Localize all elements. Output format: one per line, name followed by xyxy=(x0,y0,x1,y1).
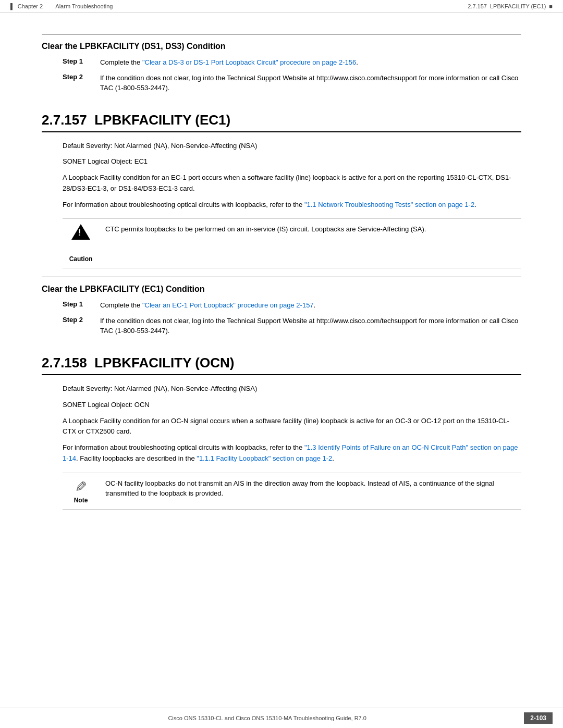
header-right-num: 2.7.157 xyxy=(468,3,487,9)
subsection-ds1-ds3-title: Clear the LPBKFACILITY (DS1, DS3) Condit… xyxy=(42,42,521,51)
note-icon-area: ✎ Note xyxy=(63,478,99,504)
158-body2-link2[interactable]: "1.1.1 Facility Loopback" section on pag… xyxy=(197,454,332,462)
step-row-1: Step 1 Complete the "Clear a DS-3 or DS-… xyxy=(63,57,521,68)
caution-triangle-icon xyxy=(71,224,90,240)
section-157-title: 2.7.157 LPBKFACILITY (EC1) xyxy=(42,112,521,132)
note-block: ✎ Note OC-N facility loopbacks do not tr… xyxy=(63,473,521,510)
caution-block: Caution CTC permits loopbacks to be perf… xyxy=(63,218,521,268)
caution-text: CTC permits loopbacks to be performed on… xyxy=(105,224,426,235)
step1-label: Step 1 xyxy=(63,57,94,68)
header-left: ▌ Chapter 2 Alarm Troubleshooting xyxy=(10,3,113,9)
body2-prefix: For information about troubleshooting op… xyxy=(63,201,304,208)
ec1-step-row-1: Step 1 Complete the "Clear an EC-1 Port … xyxy=(63,300,521,311)
section-158-body1: A Loopback Facility condition for an OC-… xyxy=(63,416,521,438)
section-157-heading: LPBKFACILITY (EC1) xyxy=(94,112,230,128)
note-text: OC-N facility loopbacks do not transmit … xyxy=(105,478,521,499)
ec1-step2-content: If the condition does not clear, log int… xyxy=(100,316,521,336)
header-right-title: LPBKFACILITY (EC1) xyxy=(490,3,546,9)
step1-end: . xyxy=(356,58,358,66)
body2-end: . xyxy=(474,201,476,208)
step-row-2: Step 2 If the condition does not clear, … xyxy=(63,73,521,93)
section-157-severity: Default Severity: Not Alarmed (NA), Non-… xyxy=(63,141,521,152)
step2-content: If the condition does not clear, log int… xyxy=(100,73,521,93)
caution-label: Caution xyxy=(69,255,93,263)
ec1-step1-content: Complete the "Clear an EC-1 Port Loopbac… xyxy=(100,300,521,311)
note-pencil-icon: ✎ xyxy=(75,478,87,496)
158-body2-prefix: For information about troubleshooting op… xyxy=(63,443,304,451)
header-right-square: ■ xyxy=(549,3,553,9)
section-157-body2: For information about troubleshooting op… xyxy=(63,200,521,211)
steps-ec1: Step 1 Complete the "Clear an EC-1 Port … xyxy=(63,300,521,336)
section-157-number: 2.7.157 xyxy=(42,112,87,128)
header-right: 2.7.157 LPBKFACILITY (EC1) ■ xyxy=(468,3,553,9)
section-158-title: 2.7.158 LPBKFACILITY (OCN) xyxy=(42,355,521,375)
caution-icon-area: Caution xyxy=(63,224,99,263)
note-label: Note xyxy=(74,497,88,504)
section-157-logical-object: SONET Logical Object: EC1 xyxy=(63,156,521,167)
step1-text: Complete the xyxy=(100,58,142,66)
body2-link[interactable]: "1.1 Network Troubleshooting Tests" sect… xyxy=(304,201,474,208)
step1-link[interactable]: "Clear a DS-3 or DS-1 Port Loopback Circ… xyxy=(142,58,356,66)
ec1-step1-label: Step 1 xyxy=(63,300,94,311)
header-chapter: Chapter 2 xyxy=(18,3,43,9)
section-157-body1: A Loopback Facility condition for an EC-… xyxy=(63,172,521,194)
header-separator xyxy=(46,3,52,9)
section-157: 2.7.157 LPBKFACILITY (EC1) Default Sever… xyxy=(42,112,521,269)
section-158-severity: Default Severity: Not Alarmed (NA), Non-… xyxy=(63,384,521,394)
section-158-heading: LPBKFACILITY (OCN) xyxy=(94,355,234,371)
subsection-ds1-ds3: Clear the LPBKFACILITY (DS1, DS3) Condit… xyxy=(42,34,521,93)
158-body2-mid: . Facility loopbacks are described in th… xyxy=(76,454,197,462)
subsection-ec1-title: Clear the LPBKFACILITY (EC1) Condition xyxy=(42,285,521,294)
footer-center-text: Cisco ONS 15310-CL and Cisco ONS 15310-M… xyxy=(168,715,366,721)
step2-label: Step 2 xyxy=(63,73,94,93)
158-body2-end: . xyxy=(332,454,334,462)
footer-page-badge: 2-103 xyxy=(524,712,553,724)
section-158-logical-object: SONET Logical Object: OCN xyxy=(63,400,521,411)
ec1-step1-link[interactable]: "Clear an EC-1 Port Loopback" procedure … xyxy=(142,301,314,309)
steps-ds1-ds3: Step 1 Complete the "Clear a DS-3 or DS-… xyxy=(63,57,521,93)
header-bar-indicator: ▌ xyxy=(10,3,15,9)
header-bar: ▌ Chapter 2 Alarm Troubleshooting 2.7.15… xyxy=(0,0,563,13)
section-158: 2.7.158 LPBKFACILITY (OCN) Default Sever… xyxy=(42,355,521,510)
ec1-step-row-2: Step 2 If the condition does not clear, … xyxy=(63,316,521,336)
footer: Cisco ONS 15310-CL and Cisco ONS 15310-M… xyxy=(0,708,563,728)
ec1-step1-end: . xyxy=(314,301,316,309)
header-section: Alarm Troubleshooting xyxy=(55,3,113,9)
subsection-ec1: Clear the LPBKFACILITY (EC1) Condition S… xyxy=(42,277,521,336)
ec1-step2-label: Step 2 xyxy=(63,316,94,336)
section-158-number: 2.7.158 xyxy=(42,355,87,371)
section-158-body2: For information about troubleshooting op… xyxy=(63,442,521,464)
main-content: Clear the LPBKFACILITY (DS1, DS3) Condit… xyxy=(0,13,563,549)
step1-content: Complete the "Clear a DS-3 or DS-1 Port … xyxy=(100,57,521,68)
ec1-step1-text: Complete the xyxy=(100,301,142,309)
